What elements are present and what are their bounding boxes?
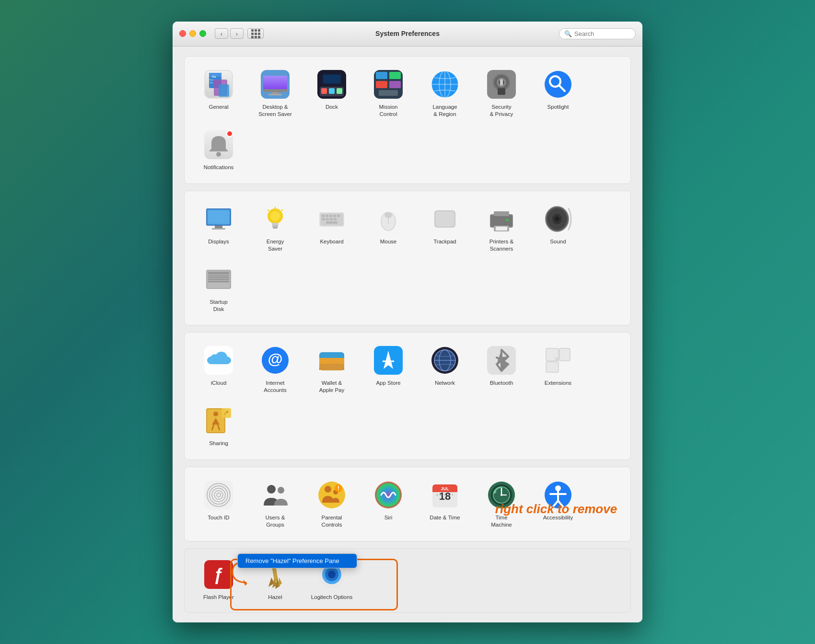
date-time-label: Date & Time — [430, 514, 460, 521]
pref-bluetooth[interactable]: Bluetooth — [475, 341, 528, 398]
pref-language-region[interactable]: Language& Region — [419, 65, 471, 122]
svg-rect-24 — [389, 72, 401, 79]
search-input[interactable] — [574, 30, 627, 37]
hazel-label: Hazel — [268, 594, 282, 601]
search-icon: 🔍 — [564, 30, 572, 37]
pref-internet-accounts[interactable]: @ InternetAccounts — [249, 341, 302, 398]
forward-button[interactable]: › — [230, 28, 244, 39]
parental-controls-label: ParentalControls — [322, 514, 342, 529]
time-machine-icon — [486, 480, 517, 510]
svg-point-74 — [384, 212, 392, 218]
pref-trackpad[interactable]: Trackpad — [419, 200, 471, 256]
pref-accessibility[interactable]: Accessibility — [532, 476, 584, 532]
pref-general[interactable]: File New One General — [192, 65, 245, 122]
pref-icloud[interactable]: iCloud — [192, 341, 245, 398]
logitech-options-label: Logitech Options — [311, 594, 352, 601]
users-groups-icon — [260, 480, 291, 510]
personal-icons-grid: File New One General — [192, 65, 623, 175]
pref-desktop-screensaver[interactable]: Desktop &Screen Saver — [249, 65, 302, 122]
language-region-icon — [430, 69, 460, 100]
pref-security-privacy[interactable]: Security& Privacy — [475, 65, 528, 122]
pref-siri[interactable]: Siri — [362, 476, 415, 532]
svg-rect-133 — [204, 481, 233, 509]
search-box[interactable]: 🔍 — [559, 28, 636, 39]
notifications-label: Notifications — [204, 164, 234, 171]
siri-icon — [373, 480, 404, 510]
pref-extensions[interactable]: Extensions — [532, 341, 584, 398]
remove-preference-pane-menu-item[interactable]: Remove "Hazel" Preference Pane — [238, 554, 357, 568]
mouse-icon — [373, 204, 404, 234]
svg-rect-66 — [322, 218, 325, 220]
pref-app-store[interactable]: App Store — [362, 341, 415, 398]
printers-scanners-label: Printers &Scanners — [489, 238, 514, 253]
pref-energy-saver[interactable]: EnergySaver — [249, 200, 302, 256]
pref-printers-scanners[interactable]: Printers &Scanners — [475, 200, 528, 256]
nav-buttons: ‹ › — [215, 28, 244, 39]
svg-rect-8 — [219, 84, 229, 97]
sound-icon — [543, 204, 573, 234]
pref-time-machine[interactable]: TimeMachine — [475, 476, 528, 532]
minimize-button[interactable] — [189, 30, 196, 37]
icloud-icon — [203, 345, 234, 376]
svg-rect-54 — [273, 227, 278, 229]
titlebar: ‹ › System Preferences 🔍 — [173, 22, 642, 46]
pref-startup-disk[interactable]: StartupDisk — [192, 260, 245, 317]
svg-point-41 — [545, 71, 571, 98]
network-icon — [430, 345, 460, 376]
svg-point-140 — [278, 487, 284, 494]
maximize-button[interactable] — [199, 30, 206, 37]
pref-displays[interactable]: Displays — [192, 200, 245, 256]
svg-point-82 — [506, 218, 509, 221]
pref-dock[interactable]: Dock — [305, 65, 358, 122]
svg-rect-49 — [215, 226, 222, 228]
svg-point-128 — [213, 412, 218, 416]
pref-sound[interactable]: Sound — [532, 200, 584, 256]
svg-text:W: W — [448, 494, 451, 496]
svg-rect-65 — [337, 215, 340, 217]
accessibility-label: Accessibility — [543, 514, 573, 521]
pref-spotlight[interactable]: Spotlight — [532, 65, 584, 122]
pref-network[interactable]: Network — [419, 341, 471, 398]
security-privacy-label: Security& Privacy — [490, 104, 513, 118]
context-menu: Remove "Hazel" Preference Pane — [237, 553, 357, 568]
security-privacy-icon — [486, 69, 517, 100]
pref-mouse[interactable]: Mouse — [362, 200, 415, 256]
pref-wallet-apple-pay[interactable]: Wallet &Apple Pay — [305, 341, 358, 398]
close-button[interactable] — [179, 30, 186, 37]
svg-rect-21 — [323, 75, 340, 83]
sound-label: Sound — [550, 238, 566, 245]
svg-text:One: One — [210, 81, 213, 84]
pref-users-groups[interactable]: Users &Groups — [249, 476, 302, 532]
svg-rect-64 — [333, 215, 336, 217]
desktop-screensaver-label: Desktop &Screen Saver — [258, 104, 292, 118]
touch-id-label: Touch ID — [208, 514, 229, 521]
flash-player-label: Flash Player — [203, 594, 234, 601]
grid-view-button[interactable] — [247, 28, 264, 39]
pref-touch-id[interactable]: Touch ID — [192, 476, 245, 532]
svg-rect-76 — [435, 211, 454, 227]
dock-icon — [316, 69, 347, 100]
general-label: General — [209, 104, 229, 111]
mission-control-icon — [373, 69, 404, 100]
personal-section: File New One General — [184, 56, 631, 184]
back-button[interactable]: ‹ — [215, 28, 228, 39]
internet-icons-grid: iCloud @ InternetAccounts — [192, 341, 623, 451]
time-machine-label: TimeMachine — [491, 514, 512, 529]
printers-scanners-icon — [486, 204, 517, 234]
keyboard-label: Keyboard — [320, 238, 343, 245]
pref-date-time[interactable]: JUL 18 S M T W T Date & Time — [419, 476, 471, 532]
svg-text:File: File — [212, 75, 216, 78]
pref-sharing[interactable]: ↗ Sharing — [192, 402, 245, 451]
pref-keyboard[interactable]: Keyboard — [305, 200, 358, 256]
accessibility-icon — [543, 480, 573, 510]
pref-notifications[interactable]: Notifications — [192, 126, 245, 175]
pref-parental-controls[interactable]: ! ParentalControls — [305, 476, 358, 532]
svg-rect-38 — [498, 88, 505, 95]
bluetooth-icon — [486, 345, 517, 376]
svg-line-56 — [281, 209, 283, 211]
svg-point-177 — [328, 571, 336, 578]
notifications-icon — [203, 129, 234, 160]
svg-rect-94 — [208, 281, 229, 282]
pref-mission-control[interactable]: MissionControl — [362, 65, 415, 122]
svg-rect-14 — [268, 94, 282, 95]
